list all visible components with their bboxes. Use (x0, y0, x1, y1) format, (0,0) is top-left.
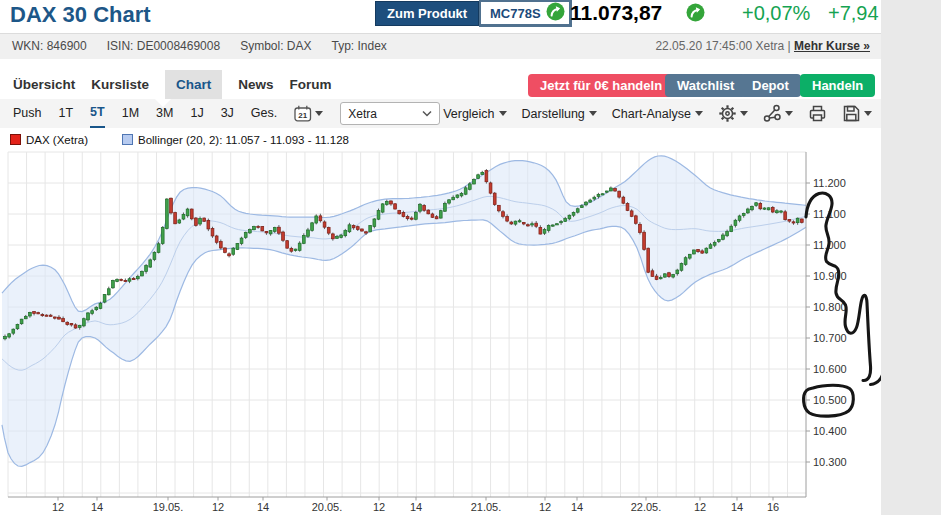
menu-darstellung[interactable]: Darstellung (522, 107, 597, 121)
svg-text:22.05.: 22.05. (631, 501, 662, 513)
chart-toolbar: Push1T5T1M3M1J3JGes.21Xetra VergleichDar… (0, 99, 881, 128)
svg-text:21.05.: 21.05. (471, 501, 502, 513)
svg-text:10.300: 10.300 (813, 456, 847, 468)
range-1j[interactable]: 1J (190, 100, 203, 127)
instrument-info-bar: WKN: 846900ISIN: DE0008469008Symbol: DAX… (0, 33, 881, 59)
range-3j[interactable]: 3J (221, 100, 234, 127)
svg-text:10.600: 10.600 (813, 363, 847, 375)
svg-text:19.05.: 19.05. (153, 501, 184, 513)
price-chart: 11.20011.10011.00010.90010.80010.70010.6… (0, 128, 881, 515)
range-5t[interactable]: 5T (90, 99, 105, 128)
button-jetzt-f-r-0-handeln[interactable]: Jetzt für 0€ handeln (528, 74, 674, 97)
button-depot[interactable]: Depot (740, 74, 801, 97)
change-percent: +0,07% (742, 2, 810, 25)
calendar-icon[interactable]: 21 (294, 105, 323, 122)
tab-chart[interactable]: Chart (165, 70, 222, 99)
button-watchlist[interactable]: Watchlist (665, 74, 746, 97)
dropdown-arrow-icon (785, 111, 793, 116)
instrument-id-0: WKN: 846900 (12, 39, 87, 53)
svg-text:10.800: 10.800 (813, 301, 847, 313)
toolbar-ranges: Push1T5T1M3M1J3JGes.21Xetra (13, 99, 440, 128)
range-1m[interactable]: 1M (122, 100, 139, 127)
svg-text:11.200: 11.200 (813, 177, 846, 189)
tab-bersicht[interactable]: Übersicht (13, 70, 75, 99)
product-code: MC778S (490, 6, 541, 21)
menu-vergleich[interactable]: Vergleich (443, 107, 506, 121)
range-ges[interactable]: Ges. (251, 100, 277, 127)
dax-chart-page: DAX 30 Chart Zum Produkt MC778S 11.073,8… (0, 0, 941, 515)
menu-chart-analyse[interactable]: Chart-Analyse (612, 107, 703, 121)
svg-text:21: 21 (299, 111, 308, 120)
tab-news[interactable]: News (238, 70, 273, 99)
zum-produkt-button[interactable]: Zum Produkt (375, 1, 479, 26)
section-tabs: ÜbersichtKurslisteChartNewsForum (13, 70, 332, 99)
realtime-up-icon (686, 3, 705, 26)
print-icon[interactable] (808, 104, 827, 123)
last-price: 11.073,87 (570, 1, 662, 25)
svg-text:12: 12 (212, 501, 224, 513)
instrument-id-3: Typ: Index (332, 39, 387, 53)
page-title: DAX 30 Chart (10, 2, 151, 28)
svg-text:14: 14 (571, 501, 583, 513)
svg-text:20.05.: 20.05. (312, 501, 343, 513)
svg-text:14: 14 (731, 501, 743, 513)
dropdown-arrow-icon (589, 111, 597, 116)
realtime-up-icon (546, 2, 565, 25)
quote-timestamp: 22.05.20 17:45:00 Xetra (655, 39, 784, 53)
dropdown-arrow-icon (740, 111, 748, 116)
instrument-id-2: Symbol: DAX (240, 39, 311, 53)
page-right-margin (881, 0, 941, 515)
svg-text:10.500: 10.500 (813, 394, 847, 406)
range-push[interactable]: Push (13, 100, 42, 127)
share-icon[interactable] (763, 104, 793, 123)
settings-gear-icon[interactable] (718, 104, 748, 123)
change-absolute: +7,94 (828, 2, 879, 25)
svg-text:10.400: 10.400 (813, 425, 847, 437)
venue-select-value: Xetra (348, 107, 377, 121)
range-3m[interactable]: 3M (156, 100, 173, 127)
venue-select[interactable]: Xetra (340, 102, 440, 125)
dropdown-arrow-icon (695, 111, 703, 116)
svg-text:12: 12 (52, 501, 64, 513)
svg-text:14: 14 (410, 501, 422, 513)
tab-forum[interactable]: Forum (290, 70, 332, 99)
svg-text:12: 12 (539, 501, 551, 513)
svg-text:14: 14 (257, 501, 269, 513)
calendar-dropdown-arrow[interactable] (315, 111, 323, 116)
svg-text:10.700: 10.700 (813, 332, 847, 344)
instrument-id-1: ISIN: DE0008469008 (107, 39, 220, 53)
product-code-badge[interactable]: MC778S (479, 0, 572, 27)
instrument-ids: WKN: 846900ISIN: DE0008469008Symbol: DAX… (12, 34, 407, 59)
svg-text:10.900: 10.900 (813, 270, 847, 282)
tab-kursliste[interactable]: Kursliste (91, 70, 149, 99)
svg-text:12: 12 (373, 501, 385, 513)
toolbar-tools: VergleichDarstellungChart-Analyse (443, 99, 872, 128)
button-handeln[interactable]: Handeln (800, 74, 875, 97)
bollinger-band (2, 156, 806, 467)
save-icon[interactable] (842, 104, 872, 123)
svg-text:12: 12 (694, 501, 706, 513)
dropdown-arrow-icon (864, 111, 872, 116)
svg-text:16: 16 (767, 501, 779, 513)
dropdown-arrow-icon (499, 111, 507, 116)
svg-text:14: 14 (91, 501, 103, 513)
mehr-kurse-link[interactable]: Mehr Kurse » (794, 39, 870, 53)
range-1t[interactable]: 1T (59, 100, 74, 127)
